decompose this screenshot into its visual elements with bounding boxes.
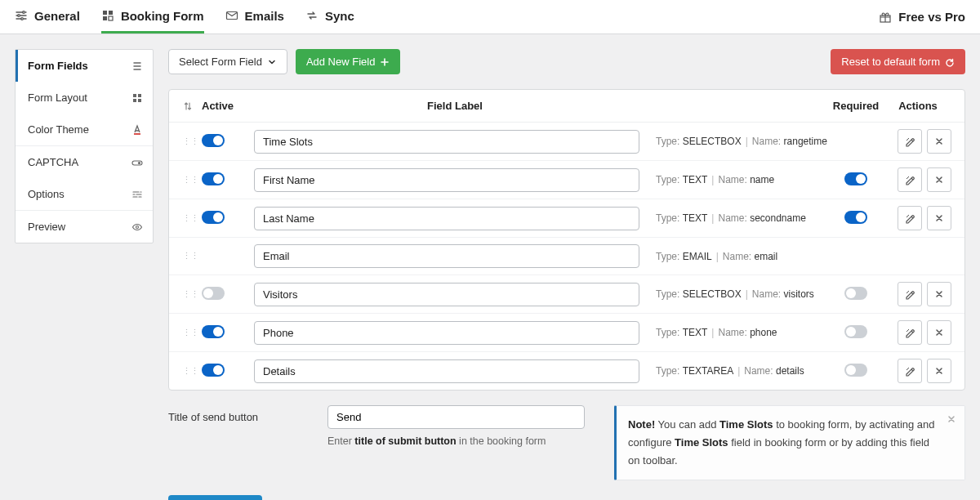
edit-button[interactable]: [898, 167, 922, 192]
field-label-input[interactable]: [254, 130, 639, 154]
table-row: ⋮⋮Type: SELECTBOX|Name: visitors: [169, 275, 964, 314]
active-toggle[interactable]: [202, 325, 225, 338]
svg-point-1: [18, 15, 20, 17]
sidebar-item-color-theme[interactable]: Color Theme: [16, 114, 153, 145]
delete-button[interactable]: [927, 206, 951, 230]
drag-handle-icon[interactable]: ⋮⋮: [182, 136, 202, 147]
field-meta: Type: EMAIL|Name: email: [656, 251, 827, 262]
wand-icon: [904, 365, 915, 377]
sliders-icon: [15, 9, 28, 22]
wand-icon: [904, 288, 915, 300]
delete-button[interactable]: [927, 320, 951, 345]
edit-button[interactable]: [898, 282, 922, 306]
close-icon: [934, 366, 944, 376]
close-icon[interactable]: [947, 414, 956, 424]
rotate-icon: [945, 57, 955, 67]
drag-handle-icon[interactable]: ⋮⋮: [182, 366, 202, 377]
edit-button[interactable]: [898, 129, 922, 154]
tab-label: Sync: [325, 9, 354, 23]
wand-icon: [904, 174, 915, 185]
send-title-help: Enter title of submit button in the book…: [327, 435, 585, 447]
active-toggle[interactable]: [202, 364, 225, 377]
svg-point-0: [23, 11, 25, 14]
table-row: ⋮⋮Type: TEXTAREA|Name: details: [169, 352, 964, 390]
field-label-input[interactable]: [254, 207, 639, 230]
sidebar-item-preview[interactable]: Preview: [16, 211, 153, 243]
reset-to-default-button[interactable]: Reset to default form: [831, 49, 965, 74]
drag-handle-icon[interactable]: ⋮⋮: [182, 213, 202, 224]
delete-button[interactable]: [927, 129, 951, 154]
save-changes-button[interactable]: Save Changes: [168, 495, 262, 500]
svg-rect-4: [109, 11, 113, 15]
tab-free-vs-pro[interactable]: Free vs Pro: [879, 10, 965, 24]
list-icon: [131, 60, 143, 72]
field-meta: Type: TEXT|Name: name: [656, 174, 827, 185]
drag-handle-icon[interactable]: ⋮⋮: [182, 289, 202, 300]
send-title-label: Title of send button: [168, 405, 311, 423]
svg-rect-11: [133, 99, 136, 102]
gift-icon: [879, 11, 892, 24]
field-label-input[interactable]: [254, 168, 639, 192]
close-icon: [934, 213, 944, 223]
toggle-icon: [131, 157, 143, 168]
sidebar-item-label: Form Fields: [28, 60, 88, 72]
sidebar-item-form-fields[interactable]: Form Fields: [16, 50, 153, 82]
envelope-icon: [225, 9, 238, 22]
delete-button[interactable]: [927, 282, 951, 306]
chevron-down-icon: [267, 57, 277, 67]
field-label-input[interactable]: [254, 359, 639, 383]
required-toggle[interactable]: [844, 364, 867, 377]
svg-rect-13: [134, 133, 140, 135]
svg-rect-9: [133, 94, 136, 97]
active-toggle[interactable]: [202, 211, 225, 224]
sort-icon[interactable]: [182, 100, 202, 112]
drag-handle-icon[interactable]: ⋮⋮: [182, 251, 202, 261]
field-label-input[interactable]: [254, 283, 639, 306]
required-toggle[interactable]: [844, 172, 867, 185]
svg-point-2: [21, 18, 24, 20]
th-active: Active: [202, 100, 254, 112]
add-new-field-button[interactable]: Add New Field: [296, 49, 401, 74]
grid-icon: [131, 92, 143, 104]
wand-icon: [904, 212, 915, 224]
table-row: ⋮⋮Type: TEXT|Name: phone: [169, 314, 964, 352]
active-toggle[interactable]: [202, 134, 225, 147]
field-meta: Type: SELECTBOX|Name: visitors: [656, 288, 827, 300]
field-label-input[interactable]: [254, 244, 639, 268]
required-toggle[interactable]: [844, 211, 867, 224]
delete-button[interactable]: [927, 167, 951, 192]
active-toggle[interactable]: [202, 287, 225, 300]
tab-sync[interactable]: Sync: [305, 0, 354, 33]
select-form-field-dropdown[interactable]: Select Form Field: [168, 49, 287, 74]
eye-icon: [131, 221, 143, 233]
table-row: ⋮⋮Type: SELECTBOX|Name: rangetime: [169, 123, 964, 161]
required-toggle[interactable]: [844, 325, 867, 338]
table-row: ⋮⋮Type: EMAIL|Name: email: [169, 238, 964, 275]
sidebar-item-label: Color Theme: [28, 123, 89, 136]
close-icon: [934, 328, 944, 337]
fields-table: Active Field Label Required Actions ⋮⋮Ty…: [168, 89, 965, 391]
tab-label: Free vs Pro: [898, 10, 965, 24]
field-label-input[interactable]: [254, 321, 639, 345]
edit-button[interactable]: [898, 359, 922, 383]
sidebar-item-form-layout[interactable]: Form Layout: [16, 82, 153, 114]
active-toggle[interactable]: [202, 172, 225, 185]
tab-emails[interactable]: Emails: [225, 0, 284, 33]
field-meta: Type: TEXT|Name: secondname: [656, 212, 827, 224]
edit-button[interactable]: [898, 206, 922, 230]
form-icon: [101, 9, 114, 22]
tab-booking-form[interactable]: Booking Form: [101, 0, 204, 33]
edit-button[interactable]: [898, 320, 922, 345]
drag-handle-icon[interactable]: ⋮⋮: [182, 175, 202, 185]
required-toggle[interactable]: [844, 287, 867, 300]
svg-point-15: [138, 161, 140, 163]
drag-handle-icon[interactable]: ⋮⋮: [182, 328, 202, 338]
sidebar-item-label: Preview: [28, 221, 65, 233]
sidebar-item-options[interactable]: Options: [16, 178, 153, 210]
sidebar-item-captcha[interactable]: CAPTCHA: [16, 146, 153, 178]
table-row: ⋮⋮Type: TEXT|Name: secondname: [169, 199, 964, 238]
delete-button[interactable]: [927, 359, 951, 383]
tab-general[interactable]: General: [15, 0, 80, 33]
close-icon: [934, 289, 944, 299]
send-title-input[interactable]: [327, 405, 585, 429]
